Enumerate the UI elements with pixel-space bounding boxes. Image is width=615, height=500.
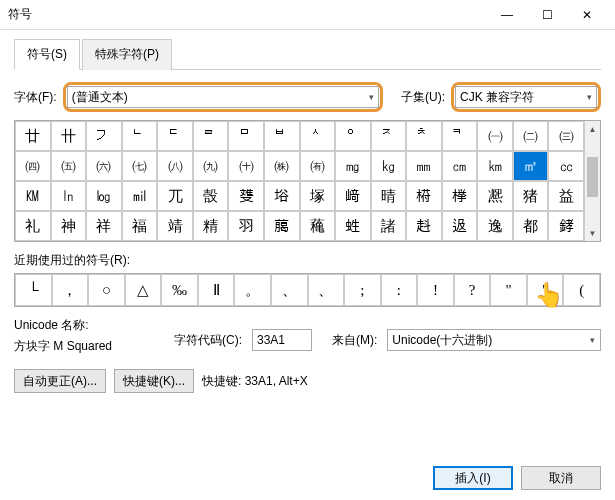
symbol-cell[interactable]: 猪 [513,181,549,211]
symbol-cell[interactable]: 逸 [477,211,513,241]
symbol-cell[interactable]: 塚 [300,181,336,211]
recent-symbol-cell[interactable]: ‰ [161,274,198,306]
subset-select[interactable]: CJK 兼容字符 [455,86,597,108]
symbol-cell[interactable]: ㏄ [548,151,584,181]
symbol-cell[interactable]: 靖 [157,211,193,241]
symbol-cell[interactable]: ㈠ [477,121,513,151]
minimize-button[interactable]: — [487,1,527,29]
symbol-cell[interactable]: ㈨ [193,151,229,181]
symbol-cell[interactable]: ㈣ [15,151,51,181]
close-button[interactable]: ✕ [567,1,607,29]
symbol-cell[interactable]: ㈱ [264,151,300,181]
from-select[interactable]: Unicode(十六进制) [387,329,601,351]
symbol-cell[interactable]: 﨤 [442,211,478,241]
recent-symbol-cell[interactable]: 、 [271,274,308,306]
grid-scrollbar[interactable]: ▲ ▼ [584,121,600,241]
symbol-cell[interactable]: ㎝ [442,151,478,181]
symbol-cell[interactable]: ㏑ [51,181,87,211]
symbol-cell[interactable]: 都 [513,211,549,241]
symbol-cell[interactable]: ㏎ [15,181,51,211]
symbol-cell[interactable]: 﨡 [335,211,371,241]
unicode-info-row: Unicode 名称: 方块字 M Squared 字符代码(C): 来自(M)… [14,317,601,363]
symbol-cell[interactable]: ㏕ [122,181,158,211]
symbol-cell[interactable]: ᄆ [228,121,264,151]
symbol-cell[interactable]: 卄 [51,121,87,151]
insert-button[interactable]: 插入(I) [433,466,513,490]
recent-symbol-cell[interactable]: " [490,274,527,306]
recent-symbol-cell[interactable]: ， [52,274,89,306]
recent-symbol-cell[interactable]: ? [454,274,491,306]
symbol-cell[interactable]: ㎞ [477,151,513,181]
recent-symbol-cell[interactable]: ; [344,274,381,306]
symbol-cell[interactable]: ᄂ [122,121,158,151]
maximize-button[interactable]: ☐ [527,1,567,29]
symbol-cell[interactable]: ㈲ [300,151,336,181]
symbol-cell[interactable]: ᄀ [86,121,122,151]
symbol-cell[interactable]: 凞 [477,181,513,211]
recent-symbol-cell[interactable]: └ [15,274,52,306]
scroll-down-icon[interactable]: ▼ [585,225,600,241]
symbol-cell[interactable]: 益 [548,181,584,211]
symbol-cell[interactable]: ᄌ [371,121,407,151]
symbol-cell[interactable]: ᄋ [335,121,371,151]
recent-symbol-cell[interactable]: ! [417,274,454,306]
symbol-cell[interactable]: 﨟 [264,211,300,241]
char-code-input[interactable] [252,329,312,351]
recent-symbol-cell[interactable]: 、 [308,274,345,306]
symbol-cell[interactable]: 﨓 [406,181,442,211]
symbol-cell[interactable]: 晴 [371,181,407,211]
symbol-cell[interactable]: ㎎ [335,151,371,181]
symbol-cell[interactable]: ㎡ [513,151,549,181]
symbol-cell[interactable]: 﨏 [264,181,300,211]
symbol-cell[interactable]: ㎜ [406,151,442,181]
symbol-cell[interactable]: ㈤ [51,151,87,181]
symbol-cell[interactable]: 精 [193,211,229,241]
shortcut-key-button[interactable]: 快捷键(K)... [114,369,194,393]
symbol-cell[interactable]: ㈡ [513,121,549,151]
recent-symbol-cell[interactable]: ○ [88,274,125,306]
autocorrect-button[interactable]: 自动更正(A)... [14,369,106,393]
symbol-cell[interactable]: 羽 [228,211,264,241]
symbol-cell[interactable]: 福 [122,211,158,241]
tab-symbols[interactable]: 符号(S) [14,39,80,70]
symbol-cell[interactable]: 﨧 [548,211,584,241]
symbol-cell[interactable]: ㈦ [122,151,158,181]
symbol-cell[interactable]: ㈧ [157,151,193,181]
scroll-up-icon[interactable]: ▲ [585,121,600,137]
recent-symbol-cell[interactable]: △ [125,274,162,306]
symbol-cell[interactable]: ᄅ [193,121,229,151]
symbol-cell[interactable]: 祥 [86,211,122,241]
tab-special-chars[interactable]: 特殊字符(P) [82,39,172,70]
symbol-cell[interactable]: ᄃ [157,121,193,151]
symbol-cell[interactable]: 神 [51,211,87,241]
symbol-cell[interactable]: ᄎ [406,121,442,151]
recent-symbol-cell[interactable]: : [381,274,418,306]
symbol-cell[interactable]: ᄇ [264,121,300,151]
symbol-cell[interactable]: ㈥ [86,151,122,181]
symbol-cell[interactable]: 﨑 [335,181,371,211]
symbol-cell[interactable]: ㈢ [548,121,584,151]
symbol-cell[interactable]: 礼 [15,211,51,241]
scroll-thumb[interactable] [587,157,598,197]
symbol-cell[interactable]: 諸 [371,211,407,241]
symbol-cell[interactable]: ㎏ [371,151,407,181]
unicode-name-label: Unicode 名称: [14,317,164,334]
recent-symbol-cell[interactable]: " [527,274,564,306]
symbol-cell[interactable]: ㈩ [228,151,264,181]
font-select[interactable]: (普通文本) [67,86,379,108]
symbol-cell[interactable]: 﨔 [442,181,478,211]
cancel-button[interactable]: 取消 [521,466,601,490]
symbol-cell[interactable]: 廿 [15,121,51,151]
recent-symbol-cell[interactable]: 。 [234,274,271,306]
symbol-cell[interactable]: ㏒ [86,181,122,211]
symbol-cell[interactable]: 﨣 [406,211,442,241]
recent-symbol-cell[interactable]: Ⅱ [198,274,235,306]
symbol-cell[interactable]: ᄉ [300,121,336,151]
symbol-cell[interactable]: 蘒 [300,211,336,241]
from-label: 来自(M): [332,332,377,349]
symbol-cell[interactable]: 﨎 [228,181,264,211]
symbol-cell[interactable]: 兀 [157,181,193,211]
symbol-cell[interactable]: 嗀 [193,181,229,211]
recent-symbol-cell[interactable]: ( [563,274,600,306]
symbol-cell[interactable]: ᄏ [442,121,478,151]
